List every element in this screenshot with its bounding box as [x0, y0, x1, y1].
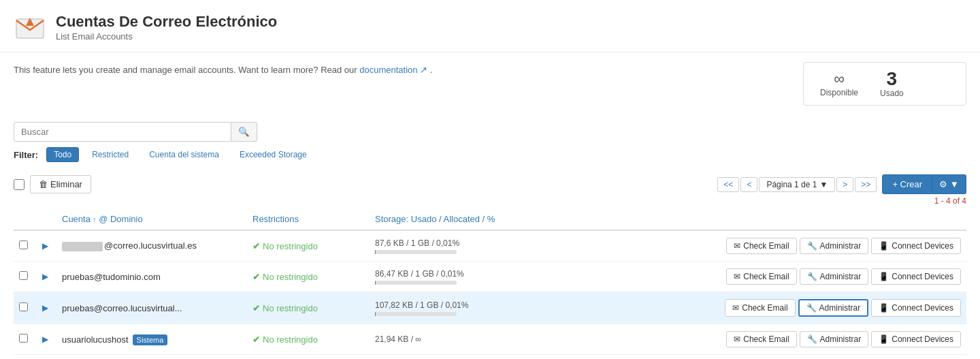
connect-devices-button[interactable]: 📱 Connect Devices: [871, 238, 961, 254]
check-email-button[interactable]: ✉ Check Email: [725, 299, 795, 317]
storage-cell: 107,82 KB / 1 GB / 0,01%: [370, 292, 546, 324]
documentation-link[interactable]: documentation ↗: [359, 65, 430, 75]
delete-button[interactable]: 🗑 Eliminar: [30, 175, 91, 193]
wrench-icon: 🔧: [807, 334, 817, 344]
connect-devices-label: Connect Devices: [892, 334, 953, 344]
table-body: ▶@correo.lucusvirtual.es✔ No restringido…: [14, 230, 966, 355]
checkmark-icon: ✔: [252, 303, 260, 313]
search-button[interactable]: 🔍: [231, 122, 257, 142]
expand-button[interactable]: ▶: [39, 333, 51, 345]
next-page-btn[interactable]: >: [836, 177, 853, 192]
toolbar-pagination: 🗑 Eliminar << < Página 1 de 1 ▼ > >> + C…: [0, 170, 980, 196]
row-checkbox[interactable]: [19, 302, 28, 311]
storage-text: 107,82 KB / 1 GB / 0,01%: [375, 300, 541, 310]
th-account[interactable]: Cuenta ↑ @ Dominio: [56, 208, 247, 230]
connect-devices-button[interactable]: 📱 Connect Devices: [871, 268, 961, 285]
first-page-btn[interactable]: <<: [717, 177, 739, 192]
administrar-button[interactable]: 🔧 Administrar: [800, 331, 869, 347]
check-email-button[interactable]: ✉ Check Email: [726, 331, 796, 347]
page-wrapper: Cuentas De Correo Electrónico List Email…: [0, 0, 980, 359]
storage-info: 87,6 KB / 1 GB / 0,01%: [375, 238, 541, 254]
search-filter-section: 🔍 Filter: Todo Restricted Cuenta del sis…: [0, 115, 980, 170]
devices-icon: 📱: [879, 241, 889, 251]
connect-devices-button[interactable]: 📱 Connect Devices: [871, 299, 961, 317]
restriction-cell: ✔ No restringido: [247, 262, 370, 292]
account-placeholder: [62, 242, 103, 251]
administrar-button[interactable]: 🔧 Administrar: [798, 299, 869, 317]
sort-up-icon: ↑: [93, 216, 97, 223]
expand-button[interactable]: ▶: [39, 270, 51, 283]
create-button-group: + Crear ⚙ ▼: [882, 174, 966, 194]
connect-devices-label: Connect Devices: [892, 272, 953, 281]
storage-bar-bg: [375, 281, 457, 285]
wrench-icon: 🔧: [807, 272, 817, 281]
prev-page-btn[interactable]: <: [740, 177, 757, 192]
last-page-btn[interactable]: >>: [855, 177, 877, 192]
action-buttons: ✉ Check Email 🔧 Administrar 📱 Connect De…: [552, 299, 961, 317]
available-label: Disponible: [820, 88, 858, 97]
chevron-icon: ▼: [950, 179, 959, 189]
action-buttons: ✉ Check Email 🔧 Administrar 📱 Connect De…: [552, 331, 961, 347]
actions-cell: ✉ Check Email 🔧 Administrar 📱 Connect De…: [546, 230, 966, 262]
filter-restricted[interactable]: Restricted: [84, 147, 136, 162]
administrar-button[interactable]: 🔧 Administrar: [800, 238, 869, 254]
filter-label: Filter:: [14, 150, 38, 160]
check-email-label: Check Email: [742, 303, 787, 313]
table-header-row: Cuenta ↑ @ Dominio Restrictions Storage:…: [14, 208, 966, 230]
actions-cell: ✉ Check Email 🔧 Administrar 📱 Connect De…: [546, 262, 966, 292]
page-subtitle: List Email Accounts: [56, 31, 277, 42]
row-checkbox[interactable]: [19, 334, 28, 343]
account-cell: @correo.lucusvirtual.es: [56, 230, 247, 262]
th-actions: [546, 208, 966, 230]
check-email-button[interactable]: ✉ Check Email: [726, 268, 796, 285]
actions-cell: ✉ Check Email 🔧 Administrar 📱 Connect De…: [546, 324, 966, 355]
checkmark-icon: ✔: [252, 334, 260, 345]
restriction-cell: ✔ No restringido: [247, 292, 370, 324]
storage-cell: 21,94 KB / ∞: [370, 324, 546, 355]
filter-exceeded[interactable]: Exceeded Storage: [232, 147, 314, 162]
available-value: ∞: [834, 70, 845, 88]
email-check-icon: ✉: [734, 241, 740, 251]
administrar-label: Administrar: [820, 334, 862, 344]
gear-icon: ⚙: [939, 179, 947, 189]
administrar-label: Administrar: [820, 272, 862, 281]
trash-icon: 🗑: [39, 179, 48, 189]
filter-sistema[interactable]: Cuenta del sistema: [142, 147, 227, 162]
storage-text: 86,47 KB / 1 GB / 0,01%: [375, 269, 541, 279]
administrar-label: Administrar: [820, 241, 862, 251]
check-email-label: Check Email: [743, 272, 789, 281]
devices-icon: 📱: [879, 272, 889, 281]
select-all-checkbox[interactable]: [14, 179, 24, 190]
filter-todo[interactable]: Todo: [46, 147, 79, 162]
account-cell: usuariolucushostSistema: [56, 324, 247, 355]
th-storage: Storage: Usado / Allocated / %: [370, 208, 546, 230]
row-checkbox[interactable]: [19, 240, 28, 249]
storage-bar-fill: [375, 281, 376, 285]
th-expand: [34, 208, 56, 230]
page-info: Página 1 de 1 ▼: [759, 177, 835, 192]
email-check-icon: ✉: [732, 303, 739, 313]
connect-devices-label: Connect Devices: [892, 241, 953, 251]
page-count: 1 - 4 of 4: [934, 196, 966, 206]
expand-button[interactable]: ▶: [39, 302, 51, 314]
stat-used: 3 Usado: [880, 69, 904, 98]
info-bar: This feature lets you create and manage …: [0, 52, 980, 115]
check-email-button[interactable]: ✉ Check Email: [726, 238, 796, 254]
row-checkbox[interactable]: [19, 271, 28, 280]
storage-text: 21,94 KB / ∞: [375, 334, 541, 344]
connect-devices-button[interactable]: 📱 Connect Devices: [871, 331, 961, 347]
chevron-down-icon: ▼: [819, 180, 828, 189]
administrar-button[interactable]: 🔧 Administrar: [800, 268, 869, 285]
settings-dropdown-button[interactable]: ⚙ ▼: [932, 174, 966, 194]
email-check-icon: ✉: [734, 334, 740, 344]
account-name: pruebas@tudominio.com: [62, 272, 161, 282]
search-input[interactable]: [14, 122, 231, 142]
administrar-label: Administrar: [819, 303, 861, 313]
used-label: Usado: [880, 89, 904, 98]
storage-cell: 87,6 KB / 1 GB / 0,01%: [370, 230, 546, 262]
create-button[interactable]: + Crear: [882, 174, 932, 194]
account-name: @correo.lucusvirtual.es: [104, 240, 197, 251]
devices-icon: 📱: [879, 303, 889, 313]
expand-button[interactable]: ▶: [39, 240, 51, 252]
used-value: 3: [887, 69, 898, 89]
